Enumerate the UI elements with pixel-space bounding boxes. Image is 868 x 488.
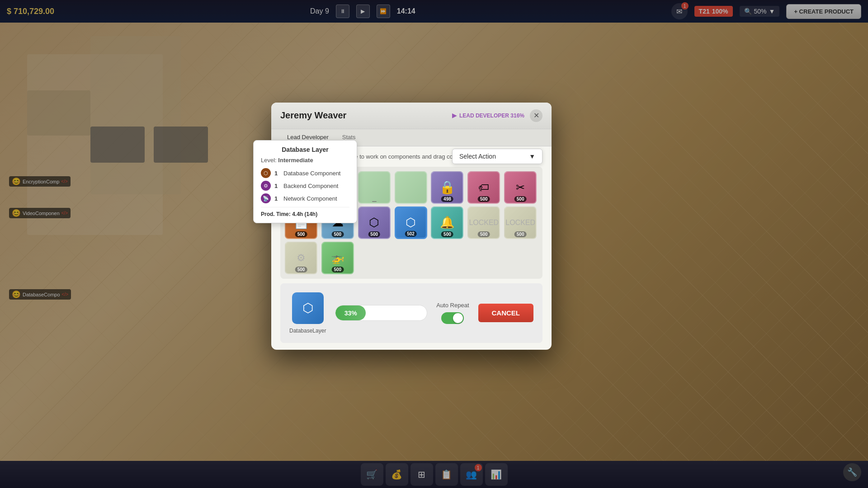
production-area: ⬡ DatabaseLayer 33% Auto Repeat xyxy=(280,283,542,343)
production-icon: ⬡ xyxy=(292,292,324,324)
tooltip-icon-database: ⬡ xyxy=(261,168,271,178)
tooltip-level: Level: Intermediate xyxy=(261,157,349,164)
action-dropdown[interactable]: Select Action ▼ xyxy=(452,149,542,164)
component-item-9[interactable]: ⬡ 500 xyxy=(358,206,391,239)
toggle-knob xyxy=(453,313,463,323)
progress-section: 33% xyxy=(335,305,427,321)
component-item-12: LOCKED 500 xyxy=(467,206,500,239)
progress-bar-container: 33% xyxy=(335,305,427,321)
modal-close-button[interactable]: ✕ xyxy=(530,109,542,122)
progress-text: 33% xyxy=(344,310,357,317)
component-item-10[interactable]: ⬡ 502 xyxy=(395,206,427,239)
tooltip-popup: Database Layer Level: Intermediate ⬡ 1 D… xyxy=(253,140,357,223)
component-item-3[interactable] xyxy=(395,171,427,204)
employee-modal: Jeremy Weaver ▶ LEAD DEVELOPER 316% ✕ Le… xyxy=(271,103,552,350)
tooltip-icon-backend: ⚙ xyxy=(261,181,271,191)
component-item-15[interactable]: 🚁 500 xyxy=(321,242,354,274)
production-label: DatabaseLayer xyxy=(289,328,326,334)
level-badge: LEAD DEVELOPER 316% xyxy=(459,113,524,119)
modal-overlay: Jeremy Weaver ▶ LEAD DEVELOPER 316% ✕ Le… xyxy=(0,0,868,488)
component-item-11[interactable]: 🔔 500 xyxy=(431,206,463,239)
tooltip-item-2: 📡 1 Network Component xyxy=(261,193,349,203)
tooltip-icon-network: 📡 xyxy=(261,193,271,203)
modal-header: Jeremy Weaver ▶ LEAD DEVELOPER 316% ✕ xyxy=(271,103,552,129)
tooltip-item-0: ⬡ 1 Database Component xyxy=(261,168,349,178)
tooltip-divider xyxy=(261,207,349,207)
component-item-2[interactable] xyxy=(358,171,391,204)
cancel-button[interactable]: CANCEL xyxy=(478,304,534,322)
tooltip-title: Database Layer xyxy=(261,146,349,153)
progress-bar-fill: 33% xyxy=(335,305,366,320)
component-item-4[interactable]: 🔒 498 xyxy=(431,171,463,204)
component-item-13: LOCKED 500 xyxy=(504,206,537,239)
tooltip-prod-time: Prod. Time: 4.4h (14h) xyxy=(261,211,349,217)
modal-title: Jeremy Weaver xyxy=(280,110,346,121)
component-item-5[interactable]: 🏷 500 xyxy=(467,171,500,204)
tooltip-item-1: ⚙ 1 Backend Component xyxy=(261,181,349,191)
auto-repeat-label: Auto Repeat xyxy=(436,302,469,309)
component-item-6[interactable]: ✂ 500 xyxy=(504,171,537,204)
auto-repeat-toggle[interactable] xyxy=(441,312,464,324)
component-item-14: ⚙ 500 xyxy=(285,242,317,274)
auto-repeat-section: Auto Repeat xyxy=(436,302,469,324)
